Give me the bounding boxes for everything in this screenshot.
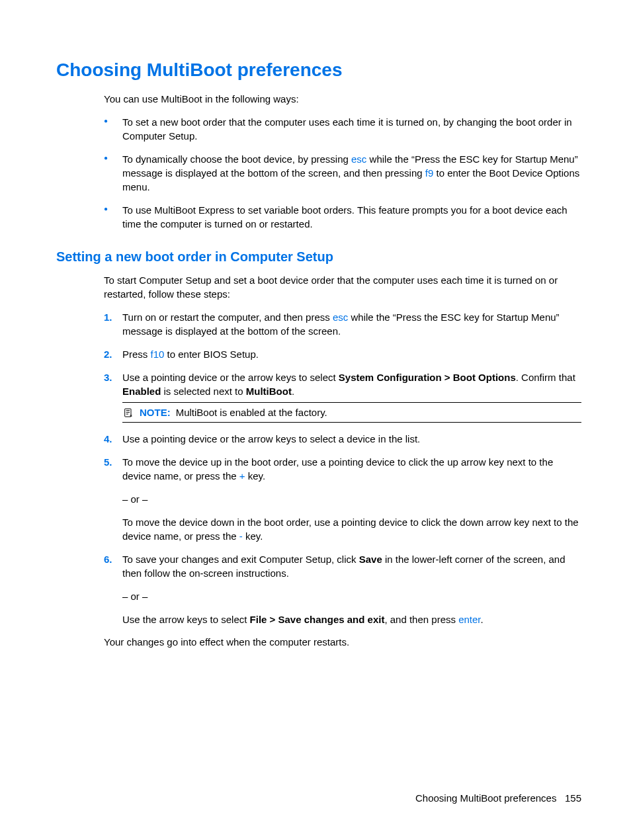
step-number: 2. xyxy=(104,347,112,361)
step-number: 3. xyxy=(104,370,112,384)
step-number: 1. xyxy=(104,310,112,324)
step-item: 6.To save your changes and exit Computer… xyxy=(104,552,581,626)
note-box: NOTE: MultiBoot is enabled at the factor… xyxy=(122,402,581,423)
bullet-item: To set a new boot order that the compute… xyxy=(104,115,581,143)
step-sub: To move the device down in the boot orde… xyxy=(122,515,581,543)
step-item: 2.Press f10 to enter BIOS Setup. xyxy=(104,347,581,361)
bullet-item: To use MultiBoot Express to set variable… xyxy=(104,203,581,231)
document-page: Choosing MultiBoot preferences You can u… xyxy=(0,0,631,650)
closing-paragraph: Your changes go into effect when the com… xyxy=(56,636,581,649)
step-number: 5. xyxy=(104,455,112,469)
step-item: 4.Use a pointing device or the arrow key… xyxy=(104,432,581,446)
note-text: MultiBoot is enabled at the factory. xyxy=(176,406,327,419)
footer-text: Choosing MultiBoot preferences xyxy=(415,792,556,804)
step-item: 3.Use a pointing device or the arrow key… xyxy=(104,370,581,423)
step-item: 1.Turn on or restart the computer, and t… xyxy=(104,310,581,338)
step-item: 5.To move the device up in the boot orde… xyxy=(104,455,581,543)
step-sub: – or – xyxy=(122,589,581,603)
section-intro: To start Computer Setup and set a boot d… xyxy=(56,274,581,301)
step-number: 6. xyxy=(104,552,112,566)
intro-bullets: To set a new boot order that the compute… xyxy=(56,115,581,231)
page-heading: Choosing MultiBoot preferences xyxy=(56,60,581,81)
step-number: 4. xyxy=(104,432,112,446)
steps-list: 1.Turn on or restart the computer, and t… xyxy=(56,310,581,627)
note-label: NOTE: xyxy=(140,406,171,419)
page-footer: Choosing MultiBoot preferences 155 xyxy=(415,792,581,804)
step-sub: Use the arrow keys to select File > Save… xyxy=(122,612,581,626)
svg-rect-0 xyxy=(125,409,131,417)
section-heading: Setting a new boot order in Computer Set… xyxy=(56,249,581,265)
footer-page-number: 155 xyxy=(565,792,581,804)
note-icon xyxy=(122,407,134,419)
intro-paragraph: You can use MultiBoot in the following w… xyxy=(56,93,581,106)
step-sub: – or – xyxy=(122,492,581,506)
bullet-item: To dynamically choose the boot device, b… xyxy=(104,152,581,194)
